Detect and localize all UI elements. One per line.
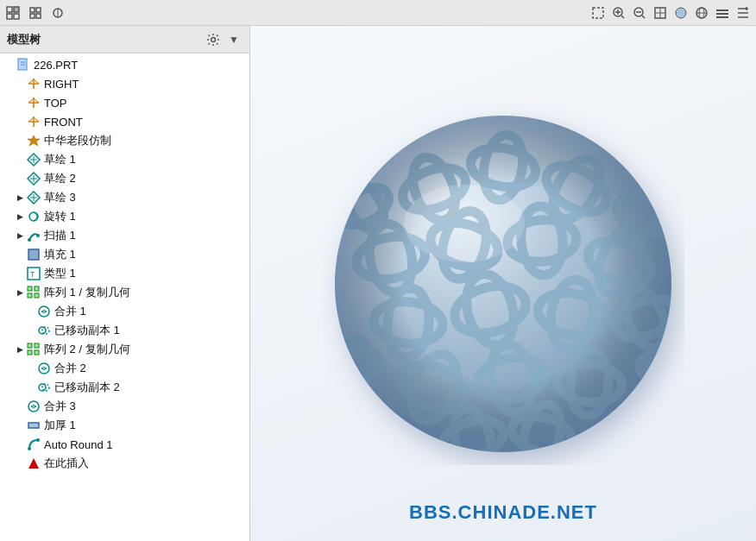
- tree-expand-arrow[interactable]: [14, 97, 26, 109]
- tree-item-merge1[interactable]: 合并 1: [0, 302, 249, 321]
- tree-expand-arrow[interactable]: [14, 248, 26, 261]
- tree-expand-arrow[interactable]: ▶: [14, 343, 26, 355]
- tree-item-label: 草绘 3: [44, 190, 76, 205]
- svg-rect-27: [716, 16, 728, 18]
- tree-expand-arrow[interactable]: [14, 438, 26, 450]
- svg-rect-52: [28, 286, 32, 291]
- tree-expand-arrow[interactable]: [24, 305, 36, 318]
- merge-icon: [36, 361, 52, 376]
- tree-item-sketch3[interactable]: ▶草绘 3: [0, 188, 249, 207]
- plane-icon: [26, 76, 41, 91]
- tree-item-revolve1[interactable]: ▶旋转 1: [0, 207, 249, 226]
- settings-icon[interactable]: [713, 3, 732, 22]
- tree-item-type1[interactable]: T类型 1: [0, 264, 249, 283]
- tree-expand-arrow[interactable]: [14, 135, 26, 147]
- moved-icon: [36, 380, 52, 395]
- svg-rect-2: [7, 14, 12, 19]
- tree-expand-arrow[interactable]: [24, 362, 36, 374]
- sketch-icon: [26, 190, 41, 205]
- tree-expand-arrow[interactable]: ▶: [14, 230, 26, 242]
- tree-expand-arrow[interactable]: [24, 324, 36, 337]
- tree-item-autoround1[interactable]: Auto Round 1: [0, 435, 249, 454]
- watermark: BBS.CHINADE.NET: [409, 501, 597, 524]
- tree-expand-arrow[interactable]: ▶: [14, 211, 26, 223]
- tree-item-insert[interactable]: 在此插入: [0, 454, 249, 473]
- array-icon: [26, 285, 41, 300]
- tree-expand-arrow[interactable]: [14, 267, 26, 280]
- tree-expand-arrow[interactable]: [14, 78, 26, 90]
- sidebar: 模型树 ▼ 226.PRTRIGHTTOPFRONT中华老段仿制草绘 1草绘 2…: [0, 26, 250, 541]
- zoom-in-icon[interactable]: [609, 3, 628, 22]
- sidebar-settings-icon[interactable]: [205, 31, 222, 48]
- tree-expand-arrow[interactable]: [14, 457, 26, 469]
- tree-item-label: RIGHT: [44, 78, 79, 91]
- tree-item-merge2[interactable]: 合并 2: [0, 359, 249, 378]
- tree-item-thicken1[interactable]: 加厚 1: [0, 416, 249, 435]
- tree-item-merge3[interactable]: 合并 3: [0, 397, 249, 416]
- tree-expand-arrow[interactable]: [14, 173, 26, 185]
- tree-content[interactable]: 226.PRTRIGHTTOPFRONT中华老段仿制草绘 1草绘 2▶草绘 3▶…: [0, 53, 249, 541]
- sidebar-expand-icon[interactable]: ▼: [225, 31, 243, 48]
- svg-rect-26: [716, 13, 728, 15]
- tree-item-fill1[interactable]: 填充 1: [0, 245, 249, 264]
- tree-item-sketch1[interactable]: 草绘 1: [0, 150, 249, 169]
- tree-item-sketch2[interactable]: 草绘 2: [0, 169, 249, 188]
- sidebar-header-icons: ▼: [205, 31, 243, 48]
- shading-icon[interactable]: [671, 3, 690, 22]
- tree-expand-arrow[interactable]: [14, 154, 26, 166]
- tree-item-top[interactable]: TOP: [0, 93, 249, 112]
- tree-expand-arrow[interactable]: ▶: [14, 192, 26, 204]
- tree-item-label: 草绘 1: [44, 152, 76, 167]
- right-toolbar-icons: [589, 3, 753, 22]
- tree-item-right[interactable]: RIGHT: [0, 74, 249, 93]
- zoom-fit-icon[interactable]: [589, 3, 608, 22]
- tree-item-moved1[interactable]: 已移动副本 1: [0, 321, 249, 340]
- tree-item-label: 合并 3: [44, 399, 76, 414]
- tree-item-label: 填充 1: [44, 247, 76, 262]
- thicken-icon: [26, 418, 41, 433]
- plane-icon: [26, 95, 41, 110]
- tree-item-label: 阵列 2 / 复制几何: [44, 342, 130, 357]
- svg-rect-67: [28, 423, 39, 428]
- sketch-icon: [26, 171, 41, 186]
- svg-point-114: [404, 185, 525, 262]
- moved-icon: [36, 323, 52, 338]
- svg-rect-7: [36, 14, 41, 18]
- zoom-out-icon[interactable]: [630, 3, 649, 22]
- more-icon[interactable]: [734, 3, 753, 22]
- svg-rect-10: [593, 8, 603, 18]
- tree-expand-arrow[interactable]: ▶: [14, 286, 26, 299]
- tree-item-array1[interactable]: ▶阵列 1 / 复制几何: [0, 283, 249, 302]
- toolbar-icon-2[interactable]: [26, 3, 45, 22]
- tree-item-label: TOP: [44, 97, 67, 110]
- toolbar-icon-1[interactable]: [3, 3, 22, 22]
- sweep-icon: [26, 228, 41, 243]
- autoround-icon: [26, 437, 41, 452]
- fill-icon: [26, 247, 41, 262]
- tree-item-label: 草绘 2: [44, 171, 76, 186]
- tree-expand-arrow[interactable]: [24, 381, 36, 393]
- wire-icon[interactable]: [692, 3, 711, 22]
- tree-item-heritage[interactable]: 中华老段仿制: [0, 131, 249, 150]
- tree-expand-arrow[interactable]: [14, 400, 26, 412]
- tree-item-moved2[interactable]: 已移动副本 2: [0, 378, 249, 397]
- svg-rect-59: [28, 343, 32, 348]
- tree-item-root[interactable]: 226.PRT: [0, 55, 249, 74]
- tree-item-label: 中华老段仿制: [44, 133, 111, 148]
- tree-expand-arrow[interactable]: [14, 116, 26, 128]
- tree-item-label: 旋转 1: [44, 209, 76, 224]
- tree-item-label: FRONT: [44, 116, 83, 129]
- svg-rect-54: [28, 293, 32, 298]
- view-orient-icon[interactable]: [651, 3, 670, 22]
- canvas-area[interactable]: BBS.CHINADE.NET: [250, 26, 756, 541]
- svg-line-12: [621, 16, 624, 18]
- svg-rect-62: [35, 350, 39, 355]
- tree-item-array2[interactable]: ▶阵列 2 / 复制几何: [0, 340, 249, 359]
- tree-item-label: 已移动副本 2: [54, 380, 120, 395]
- tree-expand-arrow[interactable]: [3, 59, 16, 71]
- tree-item-sweep1[interactable]: ▶扫描 1: [0, 226, 249, 245]
- tree-item-front[interactable]: FRONT: [0, 112, 249, 131]
- toolbar-icon-3[interactable]: [48, 3, 67, 22]
- tree-expand-arrow[interactable]: [14, 419, 26, 431]
- svg-point-21: [676, 8, 686, 18]
